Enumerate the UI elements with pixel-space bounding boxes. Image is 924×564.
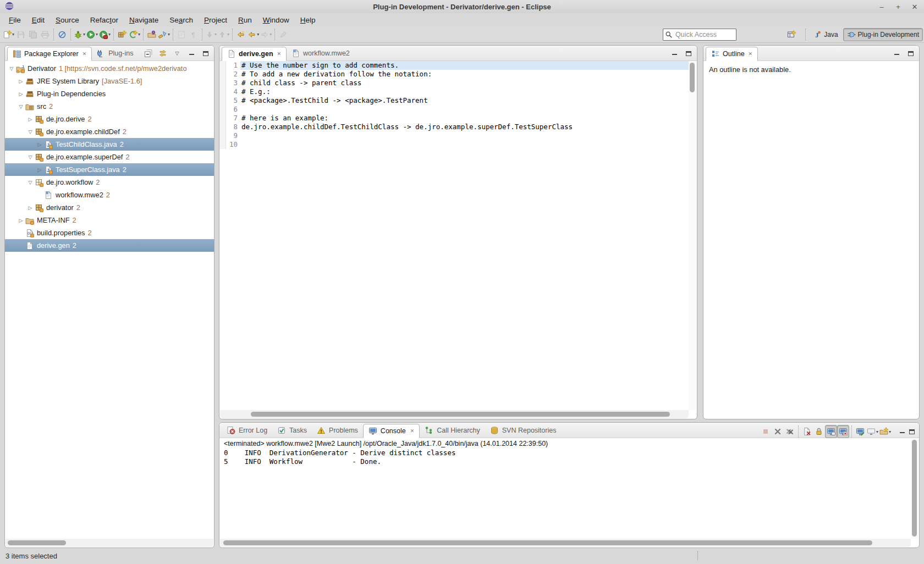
maximize-view-button[interactable] <box>201 48 211 58</box>
editor-tab-workflow-mwe2[interactable]: workflow.mwe2 <box>287 46 355 60</box>
console-vscrollbar[interactable] <box>911 439 919 539</box>
save-button[interactable] <box>15 28 27 41</box>
editor-vscrollbar[interactable] <box>689 62 696 410</box>
menu-edit[interactable]: Edit <box>26 14 50 26</box>
tree-item-derive-gen[interactable]: derive.gen 2 <box>5 239 214 252</box>
close-tab-icon[interactable]: ✕ <box>749 51 753 57</box>
forward-button[interactable]: ▾ <box>260 28 272 41</box>
show-console-on-stderr-button[interactable] <box>837 425 849 438</box>
pin-console-button[interactable] <box>854 425 866 438</box>
tree-item-testchildclass-java[interactable]: TestChildClass.java 2 <box>5 138 214 151</box>
remove-launch-button[interactable] <box>772 425 784 438</box>
editor-tab-derive-gen[interactable]: derive.gen ✕ <box>222 47 287 61</box>
tab-console[interactable]: Console ✕ <box>363 424 420 438</box>
tree-expand-arrow-icon[interactable] <box>26 205 35 211</box>
maximize-window-button[interactable]: + <box>894 3 902 11</box>
tab-plug-ins[interactable]: Plug-ins <box>92 46 138 60</box>
close-tab-icon[interactable]: ✕ <box>410 428 415 434</box>
tab-svn-repositories[interactable]: SVN Repositories <box>485 423 562 438</box>
console-output-area[interactable]: <terminated> workflow.mwe2 [Mwe2 Launch]… <box>219 438 911 539</box>
tree-expand-arrow-icon[interactable] <box>35 167 44 173</box>
open-plugin-artifact-button[interactable] <box>146 28 158 41</box>
tree-expand-arrow-icon[interactable] <box>16 104 25 109</box>
back-button[interactable]: ▾ <box>247 28 260 41</box>
tree-item-derivator-pkg[interactable]: derivator 2 <box>5 201 214 214</box>
skip-all-breakpoints-button[interactable] <box>56 28 68 41</box>
remove-all-terminated-button[interactable] <box>784 425 796 438</box>
tree-expand-arrow-icon[interactable] <box>7 66 16 71</box>
tree-expand-arrow-icon[interactable] <box>16 91 25 97</box>
terminate-button[interactable] <box>760 425 772 438</box>
tree-expand-arrow-icon[interactable] <box>26 117 35 122</box>
tree-item-de-jro-workflow[interactable]: de.jro.workflow 2 <box>5 176 214 189</box>
tab-call-hierarchy[interactable]: Call Hierarchy <box>420 423 485 438</box>
view-menu-button[interactable]: ▽ <box>172 48 182 58</box>
dropdown-arrow-icon[interactable]: ▾ <box>876 429 878 434</box>
new-wizard-button[interactable]: ▾ <box>2 28 15 41</box>
minimize-view-button[interactable] <box>186 48 196 58</box>
tree-item-build-properties[interactable]: build.properties 2 <box>5 226 214 239</box>
scrollbar-thumb[interactable] <box>251 412 670 417</box>
link-with-editor-button[interactable] <box>158 48 168 58</box>
tree-expand-arrow-icon[interactable] <box>35 142 44 147</box>
tree-expand-arrow-icon[interactable] <box>26 129 35 135</box>
scroll-lock-button[interactable] <box>813 425 825 438</box>
quick-access-input[interactable] <box>663 29 736 41</box>
debug-button[interactable]: ▾ <box>73 28 86 41</box>
open-console-button[interactable]: ▾ <box>879 425 892 438</box>
close-tab-icon[interactable]: ✕ <box>82 51 87 57</box>
tree-item-jre-system-library[interactable]: JRE System Library [JavaSE-1.6] <box>5 75 214 87</box>
tree-item-derivator[interactable]: Derivator 1 [https://svn.code.sf.net/p/m… <box>5 62 214 75</box>
new-plugin-project-button[interactable] <box>116 28 128 41</box>
close-tab-icon[interactable]: ✕ <box>277 51 282 57</box>
show-console-on-stdout-button[interactable] <box>825 425 837 438</box>
close-window-button[interactable]: ✕ <box>911 3 919 11</box>
maximize-view-button[interactable] <box>906 48 916 58</box>
tab-tasks[interactable]: Tasks <box>272 423 312 438</box>
menu-source[interactable]: Source <box>50 14 85 26</box>
print-button[interactable] <box>39 28 51 41</box>
menu-search[interactable]: Search <box>164 14 199 26</box>
tab-problems[interactable]: Problems <box>312 423 363 438</box>
dropdown-arrow-icon[interactable]: ▾ <box>168 32 170 37</box>
console-hscrollbar[interactable] <box>220 539 911 547</box>
run-button[interactable]: ▾ <box>86 28 98 41</box>
open-perspective-button[interactable] <box>783 28 802 41</box>
code-generation-button[interactable]: ▾ <box>128 28 141 41</box>
tab-outline[interactable]: Outline ✕ <box>706 47 758 61</box>
show-whitespace-button[interactable] <box>188 28 200 41</box>
menu-refactor[interactable]: Refactor <box>85 14 124 26</box>
dropdown-arrow-icon[interactable]: ▾ <box>215 32 217 37</box>
collapse-all-button[interactable] <box>144 48 153 58</box>
menu-run[interactable]: Run <box>233 14 257 26</box>
tree-item-src[interactable]: src 2 <box>5 100 214 113</box>
next-annotation-button[interactable]: ▾ <box>205 28 217 41</box>
tree-item-de-jro-example-superdef[interactable]: de.jro.example.superDef 2 <box>5 151 214 163</box>
package-explorer-hscrollbar[interactable] <box>6 539 213 547</box>
pin-editor-button[interactable] <box>277 28 289 41</box>
maximize-editor-button[interactable] <box>684 48 694 58</box>
menu-help[interactable]: Help <box>295 14 321 26</box>
tree-expand-arrow-icon[interactable] <box>16 79 25 84</box>
minimize-view-button[interactable] <box>892 48 901 58</box>
tree-item-plugin-dependencies[interactable]: Plug-in Dependencies <box>5 87 214 100</box>
code-editor[interactable]: 1 # Use the number sign to add comments.… <box>219 61 689 410</box>
tree-item-de-jro-example-childdef[interactable]: de.jro.example.childDef 2 <box>5 125 214 138</box>
perspective-java-button[interactable]: Java <box>809 28 842 41</box>
tree-expand-arrow-icon[interactable] <box>26 180 35 185</box>
dropdown-arrow-icon[interactable]: ▾ <box>270 32 272 37</box>
perspective-plugin-development-button[interactable]: Plug-in Development <box>843 28 923 41</box>
save-all-button[interactable] <box>27 28 39 41</box>
dropdown-arrow-icon[interactable]: ▾ <box>889 429 891 434</box>
tree-expand-arrow-icon[interactable] <box>26 154 35 160</box>
tree-item-meta-inf[interactable]: META-INF 2 <box>5 214 214 226</box>
tree-item-de-jro-derive[interactable]: de.jro.derive 2 <box>5 113 214 125</box>
tab-error-log[interactable]: Error Log <box>222 423 272 438</box>
tree-item-testsuperclass-java[interactable]: TestSuperClass.java 2 <box>5 163 214 176</box>
scrollbar-thumb[interactable] <box>912 440 917 537</box>
dropdown-arrow-icon[interactable]: ▾ <box>257 32 259 37</box>
tree-item-workflow-mwe2[interactable]: workflow.mwe2 2 <box>5 189 214 201</box>
dropdown-arrow-icon[interactable]: ▾ <box>12 32 14 37</box>
menu-file[interactable]: File <box>3 14 26 26</box>
minimize-view-button[interactable] <box>897 427 907 436</box>
